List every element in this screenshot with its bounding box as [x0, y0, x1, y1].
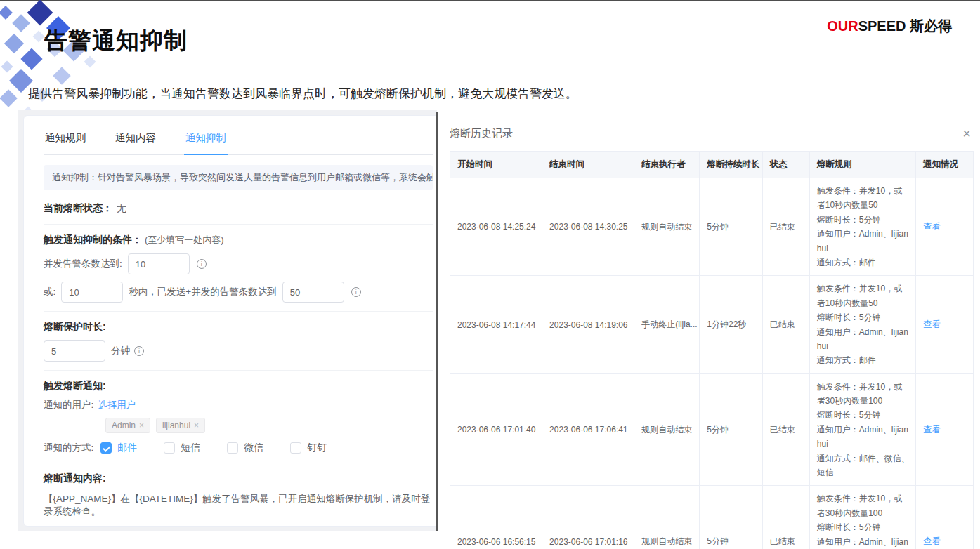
cell-status: 已结束: [762, 178, 809, 276]
logo-cn: 斯必得: [906, 18, 952, 34]
duration-unit: 分钟: [111, 345, 130, 357]
cell-action: 查看: [916, 373, 974, 486]
table-row: 2023-06-06 16:56:15 2023-06-06 17:01:16 …: [450, 486, 974, 549]
method-email-checkbox[interactable]: 邮件: [100, 442, 137, 454]
table-header-row: 开始时间 结束时间 结束执行者 熔断持续时长 状态 熔断规则 通知情况: [450, 152, 974, 178]
seconds-window-input[interactable]: [61, 282, 123, 303]
close-icon[interactable]: ×: [960, 126, 974, 140]
cell-duration: 5分钟: [700, 178, 762, 276]
trigger-condition-section: 触发通知抑制的条件： (至少填写一处内容) 并发告警条数达到: 或: 秒内，已发…: [44, 224, 433, 311]
checkbox-icon: [227, 442, 238, 454]
tag-close-icon[interactable]: ×: [194, 421, 199, 430]
cell-start: 2023-06-08 14:17:44: [450, 276, 542, 373]
cell-action: 查看: [916, 486, 974, 549]
view-link[interactable]: 查看: [923, 222, 941, 232]
method-wechat-checkbox[interactable]: 微信: [227, 442, 263, 454]
cell-executor: 手动终止(lijia...: [634, 276, 700, 373]
fuse-content-text: 【{APP_NAME}】在【{DATETIME}】触发了告警风暴，已开启通知熔断…: [44, 493, 433, 518]
checkbox-icon: [164, 442, 175, 454]
col-duration: 熔断持续时长: [700, 152, 762, 178]
history-table: 开始时间 结束时间 结束执行者 熔断持续时长 状态 熔断规则 通知情况 2023…: [450, 151, 974, 549]
cell-executor: 规则自动结束: [634, 178, 700, 276]
cell-executor: 规则自动结束: [634, 373, 700, 486]
brand-logo: OURSPEED 斯必得: [827, 17, 952, 36]
tag-close-icon[interactable]: ×: [139, 421, 144, 430]
cell-end: 2023-06-08 14:30:25: [542, 178, 634, 276]
notification-settings-panel: 通知规则 通知内容 通知抑制 通知抑制：针对告警风暴场景，导致突然间发送大量的告…: [18, 110, 437, 531]
fuse-notify-section: 触发熔断通知: 通知的用户: 选择用户 Admin × lijianhui × …: [44, 370, 433, 463]
tab-bar: 通知规则 通知内容 通知抑制: [44, 116, 433, 155]
col-executor: 结束执行者: [634, 152, 700, 178]
duration-label: 熔断保护时长:: [44, 321, 106, 333]
info-icon[interactable]: [351, 287, 361, 297]
info-icon[interactable]: [134, 346, 144, 356]
col-status: 状态: [762, 152, 809, 178]
view-link[interactable]: 查看: [923, 319, 941, 329]
checkbox-icon: [290, 442, 301, 454]
concurrent-count-input[interactable]: [128, 253, 190, 274]
tab-notify-rules[interactable]: 通知规则: [44, 127, 87, 154]
page-title: 告警通知抑制: [44, 25, 188, 57]
view-link[interactable]: 查看: [923, 536, 941, 546]
current-status-value: 无: [117, 202, 126, 215]
notify-method-label: 通知的方式:: [44, 442, 93, 454]
window-top-border: [0, 0, 980, 1]
cell-status: 已结束: [762, 373, 809, 486]
info-icon[interactable]: [197, 259, 207, 269]
fuse-content-section: 熔断通知内容: 【{APP_NAME}】在【{DATETIME}】触发了告警风暴…: [44, 463, 433, 527]
cell-end: 2023-06-06 17:01:16: [542, 486, 634, 549]
col-notify: 通知情况: [916, 152, 974, 178]
select-users-link[interactable]: 选择用户: [98, 399, 136, 411]
table-row: 2023-06-08 14:25:24 2023-06-08 14:30:25 …: [450, 178, 974, 276]
cell-duration: 5分钟: [700, 373, 762, 486]
col-start-time: 开始时间: [450, 152, 542, 178]
cell-duration: 1分钟22秒: [700, 276, 762, 373]
duration-input[interactable]: [44, 340, 105, 362]
sent-count-input[interactable]: [282, 282, 344, 303]
cell-start: 2023-06-06 17:01:40: [450, 373, 542, 486]
or-label: 或:: [44, 286, 55, 298]
current-fuse-status: 当前熔断状态： 无: [44, 202, 433, 224]
settings-card: 通知规则 通知内容 通知抑制 通知抑制：针对告警风暴场景，导致突然间发送大量的告…: [23, 115, 437, 527]
col-rule: 熔断规则: [809, 152, 915, 178]
cell-rule: 触发条件：并发10，或者30秒内数量100 熔断时长：5分钟 通知用户：Admi…: [809, 373, 915, 486]
tag-label: lijianhui: [162, 421, 190, 430]
user-tag-admin[interactable]: Admin ×: [105, 418, 150, 433]
cell-end: 2023-06-06 17:06:41: [542, 373, 634, 486]
cell-start: 2023-06-06 16:56:15: [450, 486, 542, 549]
cell-end: 2023-06-08 14:19:06: [542, 276, 634, 373]
cell-rule: 触发条件：并发10，或者10秒内数量50 熔断时长：5分钟 通知用户：Admin…: [809, 276, 915, 373]
view-link[interactable]: 查看: [923, 425, 941, 435]
condition-hint: (至少填写一处内容): [145, 234, 224, 246]
content-label: 熔断通知内容:: [44, 472, 106, 485]
fuse-history-panel: 熔断历史记录 × 开始时间 结束时间 结束执行者 熔断持续时长 状态 熔断规则 …: [450, 126, 974, 549]
history-title: 熔断历史记录: [450, 127, 513, 140]
user-tag-lijianhui[interactable]: lijianhui ×: [156, 418, 205, 433]
tag-label: Admin: [112, 421, 136, 430]
notify-section-label: 触发熔断通知:: [44, 380, 106, 392]
cell-status: 已结束: [762, 486, 809, 549]
tab-notify-content[interactable]: 通知内容: [114, 127, 157, 154]
col-end-time: 结束时间: [542, 152, 634, 178]
suppression-info-banner: 通知抑制：针对告警风暴场景，导致突然间发送大量的告警信息到用户邮箱或微信等，系统…: [44, 165, 433, 190]
method-sms-checkbox[interactable]: 短信: [164, 442, 200, 454]
checkbox-checked-icon: [100, 442, 112, 454]
notify-users-label: 通知的用户:: [44, 399, 93, 411]
current-status-label: 当前熔断状态：: [44, 202, 112, 215]
tab-notify-suppress[interactable]: 通知抑制: [184, 127, 228, 155]
cell-action: 查看: [916, 178, 974, 276]
cell-status: 已结束: [762, 276, 809, 373]
panel-divider: [436, 112, 438, 531]
cell-duration: 5分钟: [700, 486, 762, 549]
logo-our: OUR: [827, 18, 858, 34]
fuse-duration-section: 熔断保护时长: 分钟: [44, 311, 433, 370]
method-dingtalk-checkbox[interactable]: 钉钉: [290, 442, 327, 454]
cell-rule: 触发条件：并发10，或者30秒内数量100 熔断时长：5分钟 通知用户：Admi…: [809, 486, 915, 549]
cell-action: 查看: [916, 276, 974, 373]
table-row: 2023-06-08 14:17:44 2023-06-08 14:19:06 …: [450, 276, 974, 373]
cell-rule: 触发条件：并发10，或者10秒内数量50 熔断时长：5分钟 通知用户：Admin…: [809, 178, 915, 276]
cell-executor: 规则自动结束: [634, 486, 700, 549]
logo-speed: SPEED: [858, 18, 906, 34]
concurrent-label: 并发告警条数达到:: [44, 258, 122, 270]
seconds-label: 秒内，已发送+并发的告警条数达到: [129, 286, 276, 298]
